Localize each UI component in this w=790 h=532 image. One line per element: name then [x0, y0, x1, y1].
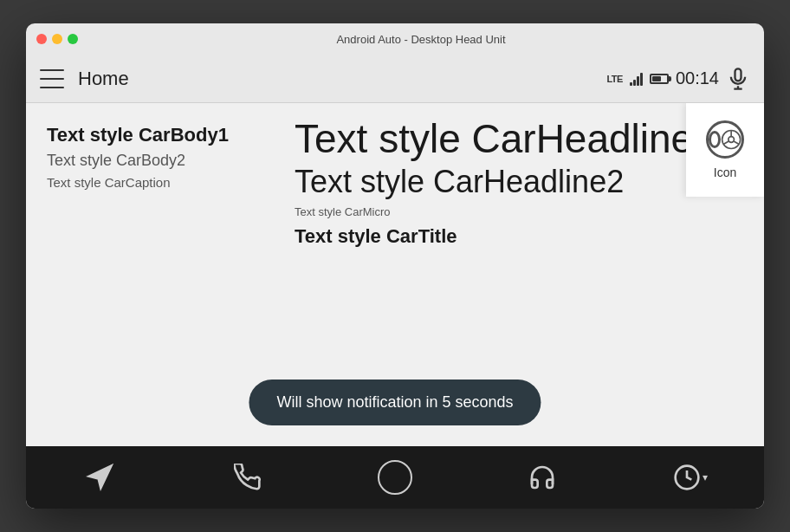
title-bar: Android Auto - Desktop Head Unit	[26, 23, 764, 55]
icon-panel-label: Icon	[714, 165, 736, 179]
svg-marker-8	[89, 466, 111, 488]
top-bar: Home LTE 00:14	[26, 55, 764, 103]
home-circle-icon	[378, 460, 412, 495]
android-auto-screen: Home LTE 00:14	[26, 55, 764, 509]
nav-item-phone[interactable]	[222, 451, 274, 503]
icon-panel[interactable]: Icon	[686, 103, 764, 197]
traffic-lights	[36, 34, 78, 44]
notification-toast: Will show notification in 5 seconds	[249, 380, 541, 425]
nav-item-navigation[interactable]	[74, 451, 126, 503]
svg-rect-0	[735, 68, 741, 81]
car-micro-text: Text style CarMicro	[295, 205, 716, 218]
microphone-icon[interactable]	[726, 67, 750, 91]
main-content: Text style CarBody1 Text style CarBody2 …	[26, 103, 764, 446]
maximize-button[interactable]	[68, 34, 78, 44]
car-title-text: Text style CarTitle	[295, 225, 716, 248]
steering-wheel-icon	[706, 120, 744, 159]
battery-icon	[650, 74, 669, 84]
app-window: Android Auto - Desktop Head Unit Home LT…	[26, 23, 764, 509]
nav-item-music[interactable]	[516, 451, 568, 503]
minimize-button[interactable]	[52, 34, 62, 44]
window-title: Android Auto - Desktop Head Unit	[88, 33, 754, 46]
screen-title: Home	[78, 68, 606, 90]
nav-dropdown-arrow: ▾	[703, 471, 708, 483]
content-area: Text style CarBody1 Text style CarBody2 …	[26, 103, 764, 446]
svg-line-7	[734, 141, 739, 145]
close-button[interactable]	[36, 34, 47, 44]
nav-item-recent[interactable]: ▾	[664, 451, 716, 503]
svg-point-4	[728, 137, 735, 143]
nav-item-home[interactable]	[369, 451, 421, 503]
right-content: Text style CarHeadline1 Text style CarHe…	[295, 117, 716, 262]
status-icons: LTE 00:14	[606, 67, 750, 91]
lte-icon: LTE	[606, 74, 622, 84]
hamburger-menu-icon[interactable]	[40, 69, 64, 88]
car-headline2-text: Text style CarHeadline2	[295, 165, 716, 199]
svg-line-6	[723, 141, 728, 145]
car-headline1-text: Text style CarHeadline1	[295, 117, 716, 161]
signal-strength-icon	[630, 72, 643, 86]
clock: 00:14	[676, 68, 719, 88]
bottom-nav: ▾	[26, 446, 764, 509]
